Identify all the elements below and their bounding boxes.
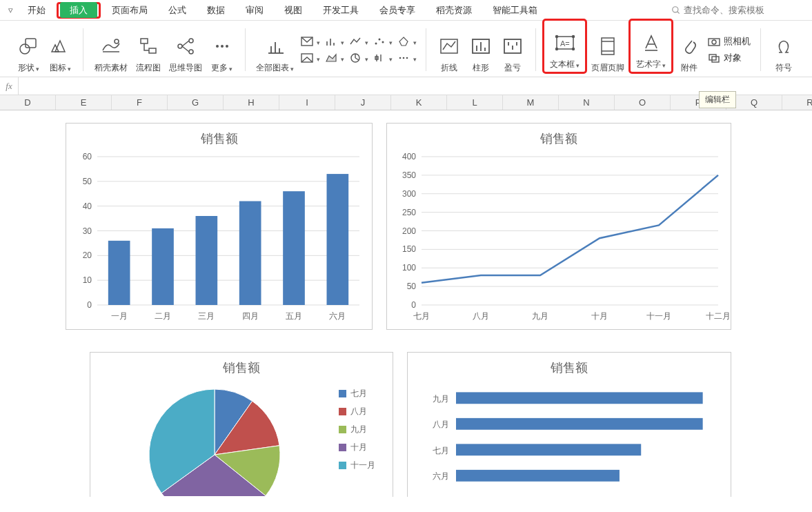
sparkline-winloss-icon (501, 35, 524, 58)
chart-line[interactable]: 销售额 050100150200250300350400七月八月九月十月十一月十… (386, 123, 731, 330)
object-button[interactable]: 对象 (705, 51, 753, 65)
tab-devtools[interactable]: 开发工具 (313, 1, 368, 19)
col-header[interactable]: I (279, 95, 335, 110)
highlight-insert-tab: 插入 (57, 2, 101, 19)
svg-rect-81 (283, 191, 305, 305)
col-header[interactable]: O (615, 95, 671, 110)
wordart-button[interactable]: 艺术字 (632, 22, 670, 70)
chart-type-stack2 (322, 26, 346, 74)
tab-smarttools[interactable]: 智能工具箱 (483, 1, 547, 19)
col-header[interactable]: K (391, 95, 447, 110)
svg-text:八月: 八月 (433, 420, 449, 429)
svg-point-10 (189, 39, 193, 43)
sparkline-line-button[interactable]: 折线 (433, 26, 465, 74)
svg-point-33 (403, 57, 405, 59)
app-menu-dropdown[interactable]: ▿ (4, 4, 17, 17)
svg-rect-58 (712, 57, 719, 62)
chart-envelope2-btn[interactable] (298, 51, 322, 65)
textbox-icon: A= (553, 31, 577, 55)
svg-text:20: 20 (83, 250, 92, 260)
chart-envelope-btn[interactable] (298, 35, 322, 48)
col-header[interactable]: G (168, 95, 224, 110)
svg-text:五月: 五月 (286, 311, 302, 321)
tab-insert[interactable]: 插入 (60, 2, 97, 18)
shapes-button[interactable]: 形状 (12, 26, 44, 74)
svg-text:十一月: 十一月 (350, 460, 375, 470)
symbol-icon (772, 35, 795, 58)
mindmap-button[interactable]: 思维导图 (165, 26, 206, 74)
more-button[interactable]: 更多 (206, 26, 238, 74)
chart-line-btn[interactable] (346, 35, 370, 48)
svg-point-27 (382, 41, 384, 43)
formula-tooltip: 编辑栏 (699, 91, 736, 108)
tab-page-layout[interactable]: 页面布局 (102, 1, 157, 19)
col-header[interactable]: N (559, 95, 615, 110)
fx-label[interactable]: fx (0, 81, 18, 92)
docer-button[interactable]: 稻壳素材 (90, 26, 132, 74)
sparkline-bar-icon (469, 35, 493, 58)
chart-type-stack4 (370, 26, 395, 74)
chart-pie-svg: 七月八月九月十月十一月 (90, 379, 394, 496)
col-header[interactable]: E (56, 95, 112, 110)
search-box[interactable] (671, 5, 808, 15)
chart-scatter-btn[interactable] (370, 35, 395, 48)
svg-text:九月: 九月 (350, 424, 367, 434)
chart-more-btn[interactable] (395, 51, 419, 65)
col-header[interactable]: M (503, 95, 559, 110)
svg-text:60: 60 (83, 152, 92, 161)
chart-stock-btn[interactable] (370, 51, 395, 65)
col-header[interactable]: F (112, 95, 168, 110)
tab-data[interactable]: 数据 (197, 1, 235, 19)
svg-text:0: 0 (411, 300, 416, 310)
col-header[interactable]: D (0, 95, 56, 110)
symbol-button[interactable]: 符号 (768, 26, 800, 74)
svg-text:150: 150 (402, 244, 416, 254)
svg-rect-121 (456, 418, 703, 430)
ribbon: 形状 图标 稻壳素材 流程图 思维导图 (0, 21, 812, 77)
svg-text:250: 250 (402, 208, 416, 217)
chart-pie-btn[interactable] (346, 51, 370, 65)
svg-text:50: 50 (83, 177, 92, 186)
textbox-button[interactable]: A= 文本框 (546, 22, 584, 70)
header-footer-icon (596, 35, 620, 58)
svg-text:350: 350 (402, 170, 416, 180)
flowchart-button[interactable]: 流程图 (132, 26, 165, 74)
chart-line-svg: 050100150200250300350400七月八月九月十月十一月十二月 (387, 150, 732, 326)
tab-view[interactable]: 视图 (275, 1, 312, 19)
header-footer-button[interactable]: 页眉页脚 (587, 26, 628, 74)
chart-pie[interactable]: 销售额 七月八月九月十月十一月 (90, 352, 393, 497)
tab-review[interactable]: 审阅 (236, 1, 273, 19)
tab-start[interactable]: 开始 (18, 1, 55, 19)
col-header[interactable]: H (224, 95, 279, 110)
col-header[interactable]: R (782, 95, 812, 110)
chart-bar[interactable]: 销售额 0102030405060一月二月三月四月五月六月 (66, 123, 373, 330)
svg-text:七月: 七月 (350, 388, 367, 398)
formula-input[interactable] (18, 77, 812, 95)
sheet-area[interactable]: 销售额 0102030405060一月二月三月四月五月六月 销售额 050100… (0, 110, 812, 497)
chart-bar-svg: 0102030405060一月二月三月四月五月六月 (66, 150, 373, 326)
search-input[interactable] (684, 5, 794, 15)
sparkline-winloss-button[interactable]: 盈亏 (497, 26, 528, 74)
chart-area-btn[interactable] (322, 51, 346, 65)
chart-title: 销售额 (90, 353, 393, 379)
col-header[interactable]: L (447, 95, 503, 110)
icons-button[interactable]: 图标 (44, 26, 76, 74)
tab-docer[interactable]: 稻壳资源 (426, 1, 482, 19)
svg-text:三月: 三月 (198, 311, 215, 321)
svg-rect-7 (141, 39, 148, 43)
svg-rect-119 (456, 392, 703, 404)
chart-radar-btn[interactable] (395, 35, 419, 48)
chart-bar-btn[interactable] (322, 35, 346, 48)
col-header[interactable]: J (335, 95, 391, 110)
chart-title: 销售额 (66, 124, 372, 150)
tab-member[interactable]: 会员专享 (370, 1, 425, 19)
allchart-button[interactable]: 全部图表 (252, 26, 298, 74)
camera-button[interactable]: 照相机 (705, 35, 753, 48)
svg-text:100: 100 (402, 263, 416, 273)
wordart-icon (640, 31, 663, 55)
sparkline-bar-button[interactable]: 柱形 (465, 26, 497, 74)
chart-hbar[interactable]: 销售额 九月八月七月六月 (407, 352, 731, 497)
attach-button[interactable]: 附件 (673, 26, 705, 74)
tab-formula[interactable]: 公式 (159, 1, 196, 19)
svg-point-3 (20, 44, 30, 54)
